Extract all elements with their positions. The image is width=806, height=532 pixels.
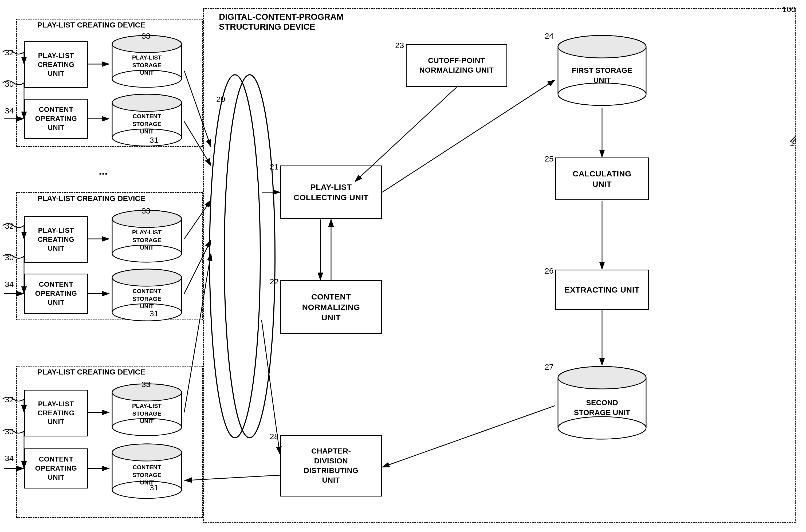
content-operating-unit-2: CONTENTOPERATINGUNIT <box>24 273 88 314</box>
ref-21: 21 <box>270 162 279 171</box>
ref-27: 27 <box>545 362 554 372</box>
content-storage-3: CONTENTSTORAGEUNIT <box>110 443 184 499</box>
second-storage-unit: SECONDSTORAGE UNIT <box>555 366 649 440</box>
ref-26: 26 <box>545 266 554 276</box>
playlist-device-1-label: PLAY-LIST CREATING DEVICE <box>37 21 146 30</box>
content-normalizing-unit: CONTENTNORMALIZINGUNIT <box>280 280 382 334</box>
ref-34-2: 34 <box>5 280 14 289</box>
ref-34-3: 34 <box>5 454 14 463</box>
ref-32-1: 32 <box>5 48 14 57</box>
ref-32-3: 32 <box>5 395 14 404</box>
ref-30-3: 30 <box>5 427 14 436</box>
extracting-unit: EXTRACTING UNIT <box>555 270 649 310</box>
cutoff-normalizing-unit: CUTOFF-POINTNORMALIZING UNIT <box>406 44 507 87</box>
playlist-creating-unit-2: PLAY-LISTCREATINGUNIT <box>24 216 88 263</box>
playlist-device-2-label: PLAY-LIST CREATING DEVICE <box>37 194 146 203</box>
ref-100: 100 <box>782 5 795 14</box>
calculating-unit: CALCULATINGUNIT <box>555 157 649 200</box>
svg-point-46 <box>558 417 646 439</box>
playlist-storage-3: PLAY-LISTSTORAGEUNIT <box>110 383 184 436</box>
content-operating-unit-3: CONTENTOPERATINGUNIT <box>24 449 88 489</box>
first-storage-unit: FIRST STORAGEUNIT <box>555 35 649 107</box>
ref-33-3: 33 <box>142 380 150 389</box>
content-storage-2: CONTENTSTORAGEUNIT <box>110 268 184 322</box>
ref-34-1: 34 <box>5 106 14 115</box>
playlist-collecting-unit: PLAY-LISTCOLLECTING UNIT <box>280 166 382 219</box>
ref-1: 1 <box>790 139 794 148</box>
ref-23: 23 <box>395 41 404 50</box>
playlist-creating-unit-1: PLAY-LISTCREATINGUNIT <box>24 41 88 88</box>
ref-24: 24 <box>545 32 554 41</box>
playlist-storage-2: PLAY-LISTSTORAGEUNIT <box>110 210 184 263</box>
playlist-device-3-label: PLAY-LIST CREATING DEVICE <box>37 368 146 376</box>
ref-25: 25 <box>545 154 554 163</box>
ref-30-2: 30 <box>5 253 14 262</box>
playlist-creating-unit-3: PLAY-LISTCREATINGUNIT <box>24 390 88 436</box>
svg-point-23 <box>112 269 182 286</box>
svg-point-40 <box>558 83 646 106</box>
ref-31-1: 31 <box>150 136 158 145</box>
svg-point-41 <box>558 36 646 58</box>
svg-point-11 <box>112 94 182 111</box>
ref-32-2: 32 <box>5 222 14 231</box>
playlist-storage-1: PLAY-LISTSTORAGEUNIT <box>110 35 184 88</box>
ref-33-2: 33 <box>142 206 150 215</box>
ref-28: 28 <box>270 432 279 441</box>
ref-20: 20 <box>216 95 225 104</box>
svg-point-47 <box>558 366 646 389</box>
structuring-device-label: DIGITAL-CONTENT-PROGRAMSTRUCTURING DEVIC… <box>219 12 343 32</box>
ref-31-2: 31 <box>150 309 158 318</box>
svg-point-35 <box>112 444 182 461</box>
content-storage-1: CONTENTSTORAGEUNIT <box>110 93 184 147</box>
diagram: 100 1 DIGITAL-CONTENT-PROGRAMSTRUCTURING… <box>0 0 806 532</box>
ref-33-1: 33 <box>142 32 150 41</box>
ref-22: 22 <box>270 277 279 286</box>
chapter-division-unit: CHAPTER-DIVISIONDISTRIBUTINGUNIT <box>280 435 382 496</box>
ref-30-1: 30 <box>5 79 14 89</box>
content-operating-unit-1: CONTENTOPERATINGUNIT <box>24 99 88 139</box>
